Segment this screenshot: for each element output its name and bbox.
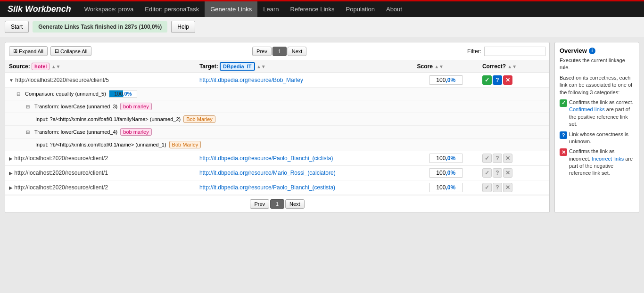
transform-2-value: bob marley [120, 128, 151, 136]
unknown-button-4[interactable]: ? [493, 183, 502, 192]
controls-right: Filter: [467, 47, 545, 56]
filter-label: Filter: [467, 48, 481, 55]
target-value: DBpedia_IT [220, 62, 255, 71]
transform-2-cell: ⊟ Transform: lowerCase (unnamed_4) bob m… [5, 126, 549, 138]
collapse-all-button[interactable]: ⊟ Collapse All [50, 46, 91, 56]
legend-confirm-icon: ✓ [560, 99, 567, 107]
source-link-2[interactable]: http://localhost:2020/resource/client/2 [14, 155, 108, 162]
page-number-bottom[interactable]: 1 [270, 199, 284, 209]
input-2-cell: Input: ?b/<http://xmlns.com/foaf/0.1/nam… [5, 138, 549, 151]
deny-button-4[interactable]: ✕ [503, 183, 512, 192]
results-table: Source: hotel ▲▼ Target: DBpedia_IT ▲▼ S… [5, 60, 549, 195]
confirm-button[interactable]: ✓ [482, 75, 492, 85]
controls-bar: ⊞ Expand All ⊟ Collapse All Prev 1 Next … [5, 42, 549, 60]
correct-cell-4: ✓ ? ✕ [479, 180, 549, 195]
expand-all-button[interactable]: ⊞ Expand All [9, 46, 48, 56]
source-sort-icon[interactable]: ▲▼ [51, 64, 61, 69]
next-button-bottom[interactable]: Next [285, 199, 305, 209]
comparison-collapse-icon[interactable]: ⊟ [17, 91, 20, 97]
action-buttons-2: ✓ ? ✕ [482, 154, 545, 163]
row3-toggle-icon[interactable]: ▶ [9, 171, 13, 176]
overview-description: Executes the current linkage rule. [560, 57, 634, 72]
row2-toggle-icon[interactable]: ▶ [9, 156, 13, 161]
pagination-bottom: Prev 1 Next [5, 195, 549, 212]
row-toggle-icon[interactable]: ▼ [9, 78, 14, 83]
input-row-1: Input: ?a/<http://xmlns.com/foaf/0.1/fam… [5, 113, 549, 126]
confirm-button-2[interactable]: ✓ [482, 154, 492, 163]
action-buttons-4: ✓ ? ✕ [482, 183, 545, 192]
score-cell-2: 100,0% [413, 151, 478, 166]
table-row: ▶ http://localhost:2020/resource/client/… [5, 166, 549, 180]
page-number-top[interactable]: 1 [272, 47, 287, 56]
target-link-4[interactable]: http://it.dbpedia.org/resource/Paolo_Bia… [199, 184, 335, 191]
start-button[interactable]: Start [5, 21, 29, 33]
source-link-4[interactable]: http://localhost:2020/resource/client/2 [14, 184, 108, 191]
comparison-cell: ⊟ Comparison: equality (unnamed_5) 100,0… [5, 88, 549, 100]
table-row: ▶ http://localhost:2020/resource/client/… [5, 151, 549, 166]
status-label: Generate Links Task finished in 287s (10… [33, 21, 167, 33]
source-cell: ▼ http://localhost:2020/resource/client/… [5, 73, 196, 88]
comparison-score: 100,0% [109, 90, 137, 98]
expand-icon: ⊞ [13, 48, 17, 54]
overview-detail: Based on its correctness, each link can … [560, 74, 634, 96]
target-link-2[interactable]: http://it.dbpedia.org/resource/Paolo_Bia… [199, 155, 333, 162]
prev-button-bottom[interactable]: Prev [250, 199, 269, 209]
nav-generate-links[interactable]: Generate Links [205, 1, 257, 17]
correct-sort-icon[interactable]: ▲▼ [507, 64, 517, 69]
input-1-label: Input: ?a/<http://xmlns.com/foaf/0.1/fam… [35, 116, 181, 122]
action-buttons: ✓ ? ✕ [482, 75, 545, 85]
score-cell-3: 100,0% [413, 166, 478, 180]
correct-cell: ✓ ? ✕ [479, 73, 549, 88]
input-row-2: Input: ?b/<http://xmlns.com/foaf/0.1/nam… [5, 138, 549, 151]
unknown-button-2[interactable]: ? [493, 154, 502, 163]
score-header: Score ▲▼ [413, 60, 478, 73]
deny-button-2[interactable]: ✕ [503, 154, 512, 163]
source-cell-2: ▶ http://localhost:2020/resource/client/… [5, 151, 196, 166]
table-row: ▼ http://localhost:2020/resource/client/… [5, 73, 549, 88]
overview-panel: Overview i Executes the current linkage … [554, 42, 639, 213]
help-button[interactable]: Help [171, 21, 195, 33]
nav-population[interactable]: Population [340, 1, 380, 17]
nav-learn[interactable]: Learn [257, 1, 284, 17]
confirm-button-3[interactable]: ✓ [482, 168, 492, 178]
transform2-collapse-icon[interactable]: ⊟ [26, 130, 30, 135]
source-link-3[interactable]: http://localhost:2020/resource/client/1 [14, 170, 108, 176]
transform-1-cell: ⊟ Transform: lowerCase (unnamed_3) bob m… [5, 100, 549, 113]
unknown-button[interactable]: ? [493, 75, 502, 85]
nav-editor[interactable]: Editor: personaTask [139, 1, 205, 17]
unknown-button-3[interactable]: ? [493, 168, 502, 178]
deny-button[interactable]: ✕ [503, 75, 512, 85]
source-link[interactable]: http://localhost:2020/resource/client/5 [15, 77, 109, 83]
deny-button-3[interactable]: ✕ [503, 168, 512, 178]
transform-row-2: ⊟ Transform: lowerCase (unnamed_4) bob m… [5, 126, 549, 138]
nav-about[interactable]: About [380, 1, 408, 17]
input-2-label: Input: ?b/<http://xmlns.com/foaf/0.1/nam… [35, 142, 166, 147]
transform-row-1: ⊟ Transform: lowerCase (unnamed_3) bob m… [5, 100, 549, 113]
filter-input[interactable] [484, 47, 545, 56]
score-cell: 100,0% [413, 73, 478, 88]
nav-reference-links[interactable]: Reference Links [285, 1, 340, 17]
legend-deny-icon: ✕ [560, 148, 567, 156]
legend-deny-text: Confirms the link as incorrect. Incorrec… [569, 148, 634, 177]
source-cell-3: ▶ http://localhost:2020/resource/client/… [5, 166, 196, 180]
comparison-label: Comparison: equality (unnamed_5) [25, 91, 106, 97]
target-sort-icon[interactable]: ▲▼ [256, 64, 266, 69]
source-cell-4: ▶ http://localhost:2020/resource/client/… [5, 180, 196, 195]
info-icon: i [589, 48, 595, 54]
score-value-4: 100,0% [429, 183, 462, 192]
next-button-top[interactable]: Next [288, 47, 307, 56]
prev-button-top[interactable]: Prev [252, 47, 272, 56]
target-link[interactable]: http://it.dbpedia.org/resource/Bob_Marle… [199, 77, 303, 83]
source-header: Source: hotel ▲▼ [5, 60, 196, 73]
correct-header: Correct? ▲▼ [479, 60, 549, 73]
score-sort-icon[interactable]: ▲▼ [434, 64, 444, 69]
row4-toggle-icon[interactable]: ▶ [9, 185, 13, 190]
left-panel: ⊞ Expand All ⊟ Collapse All Prev 1 Next … [5, 42, 550, 213]
confirm-button-4[interactable]: ✓ [482, 183, 492, 192]
nav-workspace[interactable]: Workspace: prova [79, 1, 140, 17]
target-link-3[interactable]: http://it.dbpedia.org/resource/Mario_Ros… [199, 170, 336, 176]
target-cell-3: http://it.dbpedia.org/resource/Mario_Ros… [196, 166, 413, 180]
transform1-collapse-icon[interactable]: ⊟ [26, 104, 30, 109]
score-cell-4: 100,0% [413, 180, 478, 195]
overview-title: Overview i [560, 47, 634, 54]
